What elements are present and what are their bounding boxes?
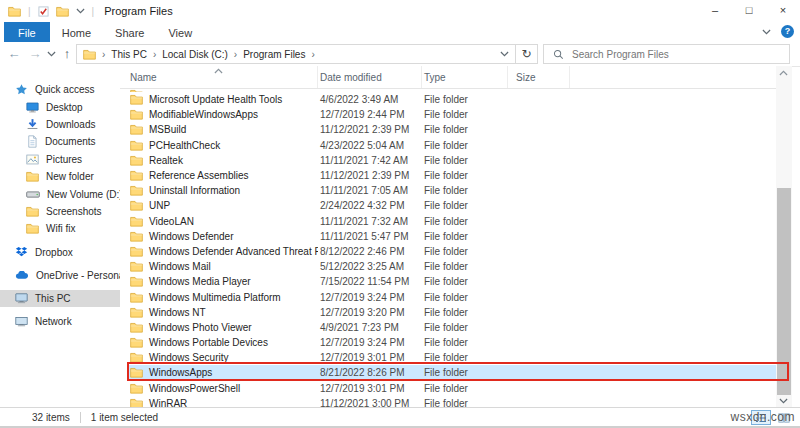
- file-row-pchealthcheck[interactable]: PCHealthCheck4/23/2022 5:04 AMFile folde…: [128, 138, 776, 153]
- file-row-windows-multimedia-platform[interactable]: Windows Multimedia Platform12/7/2019 3:2…: [128, 289, 776, 304]
- file-name-label: Windows Defender: [149, 231, 233, 242]
- tab-home[interactable]: Home: [50, 22, 103, 42]
- breadcrumb-item-local-disk-c[interactable]: Local Disk (C:): [162, 49, 228, 60]
- dropbox-icon: [15, 246, 28, 258]
- close-button[interactable]: ×: [766, 0, 800, 22]
- column-header-name-label: Name: [130, 72, 157, 83]
- sidebar-item-network[interactable]: Network: [0, 313, 120, 330]
- sidebar-item-this-pc[interactable]: This PC: [0, 290, 120, 307]
- file-row-microsoft-update-health-tools[interactable]: Microsoft Update Health Tools4/6/2022 3:…: [128, 92, 776, 107]
- column-header-name[interactable]: Name: [128, 66, 318, 88]
- file-row-windowspowershell[interactable]: WindowsPowerShell12/7/2019 3:01 PMFile f…: [128, 381, 776, 396]
- documents-icon: [26, 135, 38, 148]
- file-name-label: Windows Defender Advanced Threat Prot...: [149, 246, 318, 257]
- column-header-size[interactable]: Size: [508, 66, 570, 88]
- file-type: File folder: [422, 292, 508, 303]
- minimize-button[interactable]: –: [698, 0, 732, 22]
- tab-share[interactable]: Share: [103, 22, 156, 42]
- tab-file[interactable]: File: [4, 22, 50, 42]
- tab-view[interactable]: View: [156, 22, 204, 42]
- file-type: File folder: [422, 307, 508, 318]
- file-row-uninstall-information[interactable]: Uninstall Information11/11/2021 7:05 AMF…: [128, 183, 776, 198]
- file-name-label: VideoLAN: [149, 216, 194, 227]
- folder-icon: [130, 94, 143, 105]
- file-name: Reference Assemblies: [128, 170, 318, 181]
- file-type: File folder: [422, 261, 508, 272]
- up-button[interactable]: ↑: [59, 42, 75, 65]
- file-type: File folder: [422, 276, 508, 287]
- file-name: Realtek: [128, 155, 318, 166]
- file-name: Windows Media Player: [128, 276, 318, 287]
- sidebar-item-new-volume-d[interactable]: New Volume (D:): [0, 185, 120, 202]
- sidebar-item-pictures[interactable]: Pictures: [0, 151, 120, 168]
- forward-button[interactable]: →: [27, 42, 43, 65]
- breadcrumb-item-program-files[interactable]: Program Files: [243, 49, 305, 60]
- folder-icon[interactable]: [8, 6, 21, 17]
- address-dropdown-icon[interactable]: [500, 51, 509, 57]
- sidebar-item-quick-access[interactable]: Quick access: [0, 81, 120, 98]
- file-date-modified: 4/6/2022 3:49 AM: [318, 94, 422, 105]
- file-row-windows-defender[interactable]: Windows Defender11/11/2021 5:47 PMFile f…: [128, 229, 776, 244]
- scroll-down-icon[interactable]: [779, 398, 788, 404]
- watermark: wsxdn.com: [730, 410, 795, 424]
- maximize-button[interactable]: □: [732, 0, 766, 22]
- file-name-label: Uninstall Information: [149, 185, 240, 196]
- file-type: File folder: [422, 185, 508, 196]
- sidebar-item-label: OneDrive - Personal: [36, 270, 120, 281]
- file-name: Windows Portable Devices: [128, 337, 318, 348]
- sidebar-item-screenshots[interactable]: Screenshots: [0, 203, 120, 220]
- file-row-realtek[interactable]: Realtek11/11/2021 7:42 AMFile folder: [128, 153, 776, 168]
- file-row-windows-security[interactable]: Windows Security12/7/2019 3:01 PMFile fo…: [128, 350, 776, 365]
- downloads-icon: [26, 118, 39, 130]
- vertical-scrollbar[interactable]: [776, 66, 792, 408]
- file-date-modified: 11/12/2021 2:39 PM: [318, 170, 422, 181]
- column-header-type[interactable]: Type: [422, 66, 508, 88]
- file-name-label: Windows Multimedia Platform: [149, 292, 281, 303]
- sidebar-item-wifi-fix[interactable]: Wifi fix: [0, 220, 120, 237]
- file-row-modifiablewindowsapps[interactable]: ModifiableWindowsApps12/7/2019 2:44 PMFi…: [128, 107, 776, 122]
- ribbon-expand-icon[interactable]: [762, 29, 771, 35]
- column-header-date-modified[interactable]: Date modified: [318, 66, 422, 88]
- file-row-videolan[interactable]: VideoLAN11/11/2021 7:32 AMFile folder: [128, 214, 776, 229]
- pictures-icon: [26, 154, 39, 165]
- file-explorer-window: || Program Files –□× FileHomeShareView ?…: [0, 0, 800, 428]
- sidebar-item-new-folder[interactable]: New folder: [0, 168, 120, 185]
- folder-icon: [83, 49, 96, 60]
- file-row-windows-mail[interactable]: Windows Mail5/12/2022 3:25 AMFile folder: [128, 259, 776, 274]
- search-box[interactable]: Search Program Files: [543, 44, 790, 64]
- sidebar-item-downloads[interactable]: Downloads: [0, 116, 120, 133]
- file-row-unp[interactable]: UNP2/24/2022 4:32 PMFile folder: [128, 198, 776, 213]
- address-bar[interactable]: ›This PC›Local Disk (C:)›Program Files›: [76, 44, 516, 64]
- file-name: ModifiableWindowsApps: [128, 109, 318, 120]
- chevron-down-icon[interactable]: [76, 8, 85, 14]
- breadcrumb-item-this-pc[interactable]: This PC: [111, 49, 147, 60]
- file-row-msbuild[interactable]: MSBuild11/12/2021 2:39 PMFile folder: [128, 122, 776, 137]
- file-name-label: WindowsApps: [149, 367, 212, 378]
- sidebar-item-documents[interactable]: Documents: [0, 133, 120, 150]
- file-row-reference-assemblies[interactable]: Reference Assemblies11/12/2021 2:39 PMFi…: [128, 168, 776, 183]
- refresh-button[interactable]: ↻: [516, 44, 538, 64]
- folder-icon[interactable]: [56, 6, 69, 17]
- file-row-windows-defender-advanced-threat-prot[interactable]: Windows Defender Advanced Threat Prot...…: [128, 244, 776, 259]
- scrollbar-thumb[interactable]: [777, 188, 791, 395]
- help-icon[interactable]: ?: [781, 25, 794, 38]
- file-name: Windows Defender Advanced Threat Prot...: [128, 246, 318, 257]
- file-row-windows-media-player[interactable]: Windows Media Player7/15/2022 11:54 PMFi…: [128, 274, 776, 289]
- folder-icon: [130, 124, 143, 135]
- scroll-up-icon[interactable]: [779, 70, 788, 76]
- sidebar-item-desktop[interactable]: Desktop: [0, 98, 120, 115]
- file-row-windowsapps[interactable]: WindowsApps8/21/2022 8:26 PMFile folder: [128, 365, 776, 380]
- properties-check-icon[interactable]: [38, 6, 49, 17]
- file-date-modified: 5/12/2022 3:25 AM: [318, 261, 422, 272]
- file-list: Name Date modified Type Size Microsoft U…: [120, 66, 776, 408]
- sidebar-item-dropbox[interactable]: Dropbox: [0, 243, 120, 260]
- file-row-windows-portable-devices[interactable]: Windows Portable Devices12/7/2019 3:24 P…: [128, 335, 776, 350]
- column-headers: Name Date modified Type Size: [120, 66, 776, 89]
- recent-locations-icon[interactable]: [45, 51, 57, 57]
- file-row-windows-nt[interactable]: Windows NT12/7/2019 3:20 PMFile folder: [128, 305, 776, 320]
- file-name: VideoLAN: [128, 216, 318, 227]
- sidebar-item-label: Desktop: [46, 102, 83, 113]
- file-row-windows-photo-viewer[interactable]: Windows Photo Viewer4/9/2021 7:23 PMFile…: [128, 320, 776, 335]
- sidebar-item-onedrive-personal[interactable]: OneDrive - Personal: [0, 267, 120, 284]
- back-button[interactable]: ←: [6, 42, 22, 65]
